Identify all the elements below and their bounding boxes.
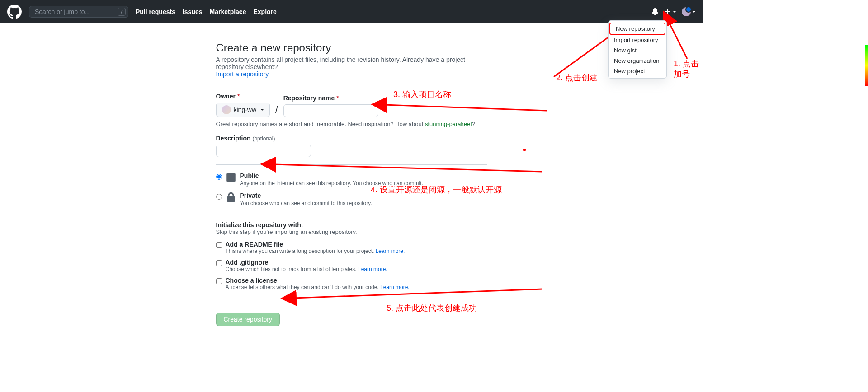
svg-line-1 xyxy=(669,23,687,59)
owner-avatar xyxy=(222,105,231,114)
license-learn-more[interactable]: Learn more. xyxy=(380,284,410,290)
global-header: / Pull requests Issues Marketplace Explo… xyxy=(0,0,703,23)
svg-line-2 xyxy=(554,33,615,77)
slash-hint: / xyxy=(118,8,126,16)
annotation-1: 1. 点击加号 xyxy=(674,59,701,80)
nav-pull-requests[interactable]: Pull requests xyxy=(136,8,175,15)
dropdown-new-repository[interactable]: New repository xyxy=(609,23,665,35)
owner-selector[interactable]: king-ww xyxy=(216,103,270,117)
description-label: Description (optional) xyxy=(216,135,487,142)
dropdown-new-gist[interactable]: New gist xyxy=(609,45,666,56)
search-input[interactable] xyxy=(29,6,128,18)
dropdown-new-organization[interactable]: New organization xyxy=(609,56,666,66)
create-repository-button[interactable]: Create repository xyxy=(216,313,280,326)
initialize-heading: Initialize this repository with: xyxy=(216,221,487,229)
page-subtext: A repository contains all project files,… xyxy=(216,56,487,78)
nav-explore[interactable]: Explore xyxy=(253,8,276,15)
nav-issues[interactable]: Issues xyxy=(183,8,203,15)
create-dropdown: New repository Import repository New gis… xyxy=(608,20,667,79)
owner-label: Owner * xyxy=(216,93,270,100)
readme-title: Add a README file xyxy=(226,241,283,248)
main-form: Create a new repository A repository con… xyxy=(216,23,487,344)
github-logo[interactable] xyxy=(7,5,22,19)
visibility-private-radio[interactable] xyxy=(216,194,222,200)
readme-learn-more[interactable]: Learn more. xyxy=(376,248,405,254)
lock-icon xyxy=(226,192,236,203)
plus-icon[interactable] xyxy=(664,8,676,15)
suggested-name[interactable]: stunning-parakeet xyxy=(425,121,472,127)
gitignore-learn-more[interactable]: Learn more. xyxy=(358,266,387,272)
avatar-menu[interactable] xyxy=(682,7,696,16)
repo-icon xyxy=(226,172,236,183)
visibility-public-radio[interactable] xyxy=(216,174,222,180)
gitignore-checkbox[interactable] xyxy=(216,260,222,266)
public-title: Public xyxy=(240,172,423,179)
avatar xyxy=(682,7,691,16)
gitignore-title: Add .gitignore xyxy=(226,259,269,266)
page-title: Create a new repository xyxy=(216,42,487,54)
private-title: Private xyxy=(240,192,372,199)
slash-separator: / xyxy=(275,105,278,117)
repo-name-hint: Great repository names are short and mem… xyxy=(216,121,487,127)
svg-point-6 xyxy=(523,149,526,151)
license-title: Choose a license xyxy=(226,277,277,284)
import-repository-link[interactable]: Import a repository. xyxy=(216,70,270,78)
readme-checkbox[interactable] xyxy=(216,242,222,248)
private-desc: You choose who can see and commit to thi… xyxy=(240,200,372,206)
license-checkbox[interactable] xyxy=(216,278,222,284)
owner-name: king-ww xyxy=(234,106,257,113)
nav-marketplace[interactable]: Marketplace xyxy=(210,8,246,15)
repo-name-label: Repository name * xyxy=(283,94,378,102)
description-input[interactable] xyxy=(216,145,311,157)
dropdown-import-repository[interactable]: Import repository xyxy=(609,35,666,45)
dropdown-new-project[interactable]: New project xyxy=(609,66,666,76)
annotation-2: 2. 点击创建 xyxy=(556,72,598,83)
notifications-icon[interactable] xyxy=(651,8,659,15)
initialize-sub: Skip this step if you're importing an ex… xyxy=(216,229,487,235)
repo-name-input[interactable] xyxy=(283,104,378,117)
public-desc: Anyone on the internet can see this repo… xyxy=(240,180,423,187)
svg-rect-0 xyxy=(227,173,235,182)
